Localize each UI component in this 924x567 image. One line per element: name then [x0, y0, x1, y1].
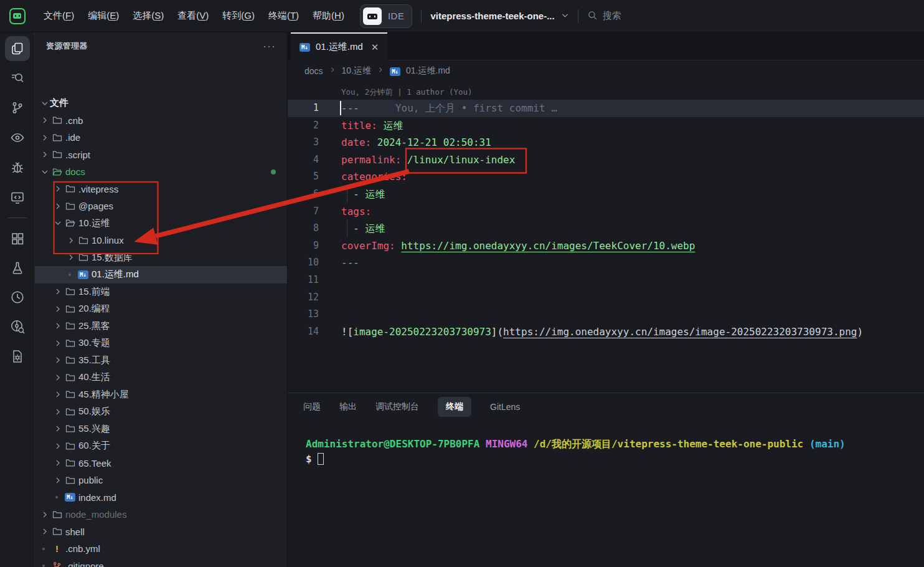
tree-item-@pages[interactable]: @pages — [35, 198, 287, 215]
tree-item-label: .script — [65, 150, 90, 160]
menu-item-0[interactable]: 文件(F) — [37, 6, 81, 26]
line-number: 4 — [288, 151, 319, 169]
terminal-text — [803, 438, 809, 450]
tree-item-.cnb[interactable]: .cnb — [35, 112, 287, 130]
tree-item-55.兴趣[interactable]: 55.兴趣 — [35, 421, 287, 438]
menu-item-2[interactable]: 选择(S) — [126, 6, 171, 26]
tree-item-01.运维.md[interactable]: M↓01.运维.md — [35, 266, 287, 284]
tree-item-.cnb.yml[interactable]: !.cnb.yml — [35, 540, 287, 558]
chevron-right-icon — [53, 475, 63, 485]
menu-bar: 文件(F)编辑(E)选择(S)查看(V)转到(G)终端(T)帮助(H) — [37, 6, 351, 26]
tree-item-node_modules[interactable]: node_modules — [35, 506, 287, 523]
tree-item-15.前端[interactable]: 15.前端 — [35, 284, 287, 301]
divider — [421, 9, 422, 23]
panel-tab-bar: 问题输出调试控制台终端GitLens — [288, 393, 924, 421]
code-line-9: 9coverImg: https://img.onedayxyy.cn/imag… — [288, 237, 924, 255]
code-token: - 运维 — [341, 188, 385, 200]
tree-item-30.专题[interactable]: 30.专题 — [35, 335, 287, 352]
panel-tab-0[interactable]: 问题 — [303, 401, 321, 412]
ide-badge[interactable]: IDE — [360, 4, 413, 28]
tab-01-yunwei-md[interactable]: M↓ 01.运维.md ✕ — [291, 32, 387, 60]
folder-icon — [65, 389, 75, 400]
breadcrumb-item[interactable]: 10.运维 — [342, 65, 371, 77]
line-number: 14 — [288, 323, 319, 341]
menu-item-1[interactable]: 编辑(E) — [81, 6, 126, 26]
tree-item-label: 65.Teek — [78, 458, 111, 469]
line-number: 2 — [288, 117, 319, 135]
tree-item-public[interactable]: public — [35, 472, 287, 489]
tree-item-label: .ide — [65, 132, 80, 143]
git-decoration-dot — [55, 496, 58, 498]
tree-item-50.娱乐[interactable]: 50.娱乐 — [35, 403, 287, 421]
tree-item-label: 15.前端 — [78, 286, 110, 298]
tree-item-.vitepress[interactable]: .vitepress — [35, 181, 287, 198]
remote-screen-icon[interactable] — [5, 185, 30, 210]
tree-item-40.生活[interactable]: 40.生活 — [35, 369, 287, 386]
more-actions-icon[interactable]: ··· — [263, 40, 276, 53]
tree-item-45.精神小屋[interactable]: 45.精神小屋 — [35, 386, 287, 404]
project-name: vitepress-theme-teek-one-... — [430, 11, 554, 21]
chevron-right-icon — [53, 407, 63, 417]
search-icon[interactable] — [5, 65, 30, 90]
menu-item-5[interactable]: 终端(T) — [262, 6, 306, 26]
tree-item-label: node_modules — [65, 509, 126, 520]
menu-item-6[interactable]: 帮助(H) — [306, 6, 351, 26]
gitlens-inline-blame: You, 上个月 • first commit … — [395, 102, 557, 114]
tree-item-.gitignore[interactable]: .gitignore — [35, 558, 287, 567]
gitlens-blame-header: You, 2分钟前 | 1 author (You) — [341, 87, 473, 98]
settings-file-icon[interactable] — [5, 344, 30, 369]
code-editor[interactable]: 1---You, 上个月 • first commit …2title: 运维3… — [288, 100, 924, 340]
tree-item-20.编程[interactable]: 20.编程 — [35, 300, 287, 318]
folder-icon — [52, 509, 62, 520]
global-search[interactable]: 搜索 — [587, 10, 621, 22]
line-number: 12 — [288, 289, 319, 307]
tree-item-15.数据库[interactable]: 15.数据库 — [35, 249, 287, 267]
timeline-icon[interactable] — [5, 285, 30, 310]
code-token: ) — [857, 326, 863, 338]
tree-item-label: 15.数据库 — [92, 252, 133, 264]
panel-tab-4[interactable]: GitLens — [490, 402, 520, 412]
folder-open-icon — [65, 218, 75, 229]
chevron-right-icon — [53, 201, 63, 211]
git-modified-dot — [271, 169, 276, 174]
tree-item-65.Teek[interactable]: 65.Teek — [35, 455, 287, 472]
tree-item-label: index.md — [78, 492, 116, 503]
breadcrumb-item[interactable]: 01.运维.md — [406, 65, 450, 77]
extensions-icon[interactable] — [5, 226, 30, 251]
menu-item-3[interactable]: 查看(V) — [171, 6, 215, 26]
chevron-right-icon — [53, 389, 63, 399]
tree-item-label: 10.运维 — [78, 217, 110, 229]
tree-item-index.md[interactable]: M↓index.md — [35, 489, 287, 507]
code-line-3: 3date: 2024-12-21 02:50:31 — [288, 134, 924, 151]
preview-icon[interactable] — [5, 125, 30, 150]
tree-item-docs[interactable]: docs — [35, 163, 287, 181]
tree-item-shell[interactable]: shell — [35, 523, 287, 541]
tree-item-10.linux[interactable]: 10.linux — [35, 232, 287, 249]
source-control-icon[interactable] — [5, 95, 30, 120]
breadcrumb-item[interactable]: docs — [304, 66, 323, 76]
tree-item-25.黑客[interactable]: 25.黑客 — [35, 318, 287, 335]
tree-item-label: @pages — [78, 201, 113, 211]
testing-icon[interactable] — [5, 255, 30, 280]
debug-icon[interactable] — [5, 155, 30, 180]
commit-search-icon[interactable] — [5, 314, 30, 339]
chevron-down-icon — [53, 218, 63, 228]
tree-item-10.运维[interactable]: 10.运维 — [35, 215, 287, 232]
terminal[interactable]: Administrator@DESKTOP-7PB0PFA MINGW64 /d… — [288, 421, 924, 467]
menu-item-4[interactable]: 转到(G) — [215, 6, 262, 26]
tree-item-.script[interactable]: .script — [35, 146, 287, 164]
project-switcher[interactable]: vitepress-theme-teek-one-... — [430, 11, 568, 22]
code-token: --- — [341, 102, 359, 114]
file-git-icon — [52, 561, 62, 567]
explorer-icon[interactable] — [5, 36, 30, 61]
tree-item-.ide[interactable]: .ide — [35, 129, 287, 146]
tree-item-label: .vitepress — [78, 184, 118, 194]
tree-item-60.关于[interactable]: 60.关于 — [35, 437, 287, 455]
panel-tab-2[interactable]: 调试控制台 — [375, 401, 419, 412]
close-icon[interactable]: ✕ — [371, 42, 379, 53]
folder-icon — [65, 201, 75, 211]
tree-item-35.工具[interactable]: 35.工具 — [35, 352, 287, 369]
tree-section-header[interactable]: 文件 — [35, 95, 287, 112]
panel-tab-3[interactable]: 终端 — [438, 397, 471, 417]
panel-tab-1[interactable]: 输出 — [339, 401, 357, 412]
